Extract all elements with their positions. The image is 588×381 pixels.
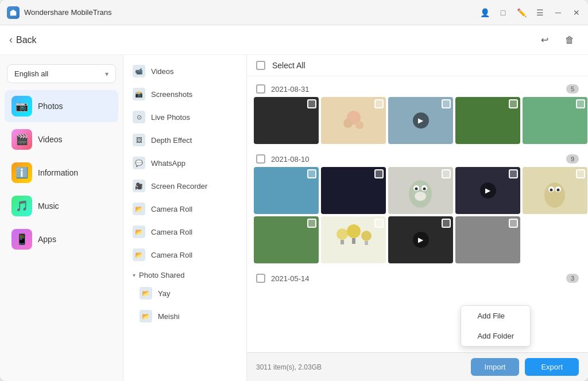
photo-thumb[interactable]: [254, 167, 319, 214]
photo-thumb[interactable]: [388, 167, 453, 214]
photos-row-2-1: ▶: [254, 167, 581, 214]
photo-checkbox[interactable]: [374, 219, 384, 228]
svg-point-18: [361, 231, 372, 241]
sidebar-item-music-label: Music: [38, 201, 59, 211]
sidebar-item-videos[interactable]: 🎬 Videos: [5, 123, 118, 155]
select-all-label[interactable]: Select All: [272, 61, 305, 70]
account-icon[interactable]: 👤: [480, 8, 489, 17]
depth-effect-folder-icon: 🖼: [133, 134, 145, 146]
undo-button[interactable]: ↩: [535, 31, 554, 49]
photo-checkbox[interactable]: [374, 169, 384, 178]
delete-button[interactable]: 🗑: [560, 31, 579, 49]
photo-thumb[interactable]: [321, 216, 386, 263]
dropdown-menu: Add File Add Folder: [461, 305, 531, 347]
date-section-1: 2021-08-31 5: [254, 81, 581, 144]
date-checkbox-1[interactable]: [256, 84, 265, 94]
play-icon: ▶: [480, 182, 496, 199]
photo-checkbox[interactable]: [307, 99, 316, 108]
svg-point-8: [415, 192, 426, 201]
date-header-1: 2021-08-31 5: [254, 81, 581, 97]
back-button[interactable]: ‹ Back: [9, 34, 37, 46]
svg-point-9: [544, 182, 565, 208]
photo-thumb[interactable]: [455, 216, 520, 263]
photo-thumb[interactable]: [254, 216, 319, 263]
sidebar-item-apps-label: Apps: [38, 235, 56, 244]
photos-row-1-1: ▶: [254, 97, 581, 144]
photo-shared-section[interactable]: ▾ Photo Shared: [123, 266, 246, 282]
device-selector[interactable]: English all ▾: [7, 64, 116, 83]
svg-rect-17: [352, 238, 355, 244]
photo-checkbox[interactable]: [442, 169, 451, 178]
export-button[interactable]: Export: [525, 358, 579, 376]
middle-item-live-photos[interactable]: ⊙ Live Photos: [123, 106, 246, 129]
middle-item-depth-effect[interactable]: 🖼 Depth Effect: [123, 129, 246, 151]
middle-item-camera-roll-3[interactable]: 📂 Camera Roll: [123, 243, 246, 266]
photo-shared-label: Photo Shared: [139, 271, 185, 279]
select-all-checkbox[interactable]: [256, 61, 265, 70]
import-button[interactable]: Import: [471, 358, 520, 376]
sidebar-item-music[interactable]: 🎵 Music: [5, 190, 118, 222]
date-checkbox-2[interactable]: [256, 154, 265, 164]
sidebar-item-photos[interactable]: 📷 Photos: [5, 90, 118, 122]
middle-item-videos[interactable]: 📹 Videos: [123, 60, 246, 83]
photo-thumb[interactable]: [321, 167, 386, 214]
sidebar-item-videos-label: Videos: [38, 135, 63, 144]
middle-item-screenshots[interactable]: 📸 Screenshots: [123, 83, 246, 106]
middle-item-screen-recorder[interactable]: 🎥 Screen Recorder: [123, 174, 246, 197]
menu-icon[interactable]: ☰: [535, 8, 544, 17]
close-button[interactable]: ✕: [572, 8, 581, 17]
minimize-button[interactable]: ─: [554, 8, 563, 17]
middle-item-camera-roll-3-label: Camera Roll: [151, 251, 192, 259]
middle-item-live-photos-label: Live Photos: [151, 113, 190, 122]
photo-thumb[interactable]: [455, 97, 520, 144]
sidebar-item-information[interactable]: ℹ️ Information: [5, 157, 118, 189]
photo-checkbox[interactable]: [442, 219, 451, 228]
window-controls: 👤 □ ✏️ ☰ ─ ✕: [480, 8, 581, 17]
middle-item-screen-recorder-label: Screen Recorder: [151, 182, 207, 190]
edit-icon[interactable]: ✏️: [517, 8, 526, 17]
device-selector-label: English all: [14, 69, 48, 78]
play-icon: ▶: [413, 232, 429, 248]
footer: 3011 item(s), 2.03GB Import Export: [247, 352, 588, 381]
photo-thumb[interactable]: ▶: [388, 216, 453, 263]
photo-thumb[interactable]: [321, 97, 386, 144]
middle-item-meishi[interactable]: 📂 Meishi: [123, 305, 246, 328]
svg-point-6: [415, 187, 418, 190]
header: ‹ Back ↩ 🗑: [0, 25, 588, 55]
photo-checkbox[interactable]: [307, 219, 316, 228]
photo-checkbox[interactable]: [576, 99, 585, 108]
middle-item-screenshots-label: Screenshots: [151, 90, 192, 99]
photo-checkbox[interactable]: [509, 99, 518, 108]
photo-checkbox[interactable]: [509, 169, 518, 178]
music-icon: 🎵: [11, 196, 32, 216]
back-arrow-icon: ‹: [9, 34, 13, 46]
sidebar-item-apps[interactable]: 📱 Apps: [5, 223, 118, 255]
photo-thumb[interactable]: [254, 97, 319, 144]
photo-checkbox[interactable]: [576, 169, 585, 178]
photo-checkbox[interactable]: [442, 99, 451, 108]
date-count-1: 5: [566, 84, 579, 94]
window-icon[interactable]: □: [498, 8, 508, 17]
svg-rect-15: [341, 240, 344, 244]
add-file-item[interactable]: Add File: [461, 306, 530, 326]
sidebar-nav: 📷 Photos 🎬 Videos ℹ️ Information 🎵 Music…: [0, 90, 123, 255]
photo-thumb[interactable]: ▶: [388, 97, 453, 144]
photo-thumb[interactable]: ▶: [455, 167, 520, 214]
middle-item-whatsapp[interactable]: 💬 WhatsApp: [123, 151, 246, 174]
footer-actions: Import Export: [471, 358, 579, 376]
photo-checkbox[interactable]: [509, 219, 518, 228]
camera-roll-2-folder-icon: 📂: [133, 226, 145, 238]
middle-item-camera-roll-2[interactable]: 📂 Camera Roll: [123, 220, 246, 243]
add-folder-item[interactable]: Add Folder: [461, 326, 530, 346]
photo-checkbox[interactable]: [307, 169, 316, 178]
svg-point-12: [550, 188, 553, 191]
date-checkbox-3[interactable]: [256, 274, 265, 283]
information-icon: ℹ️: [11, 162, 32, 183]
middle-item-yay[interactable]: 📂 Yay: [123, 282, 246, 305]
right-panel: Select All 2021-08-31 5: [247, 55, 588, 381]
photo-thumb[interactable]: [523, 97, 587, 144]
photo-thumb[interactable]: [523, 167, 587, 214]
svg-rect-19: [365, 241, 368, 245]
photo-checkbox[interactable]: [374, 99, 384, 108]
middle-item-camera-roll-1[interactable]: 📂 Camera Roll: [123, 197, 246, 220]
